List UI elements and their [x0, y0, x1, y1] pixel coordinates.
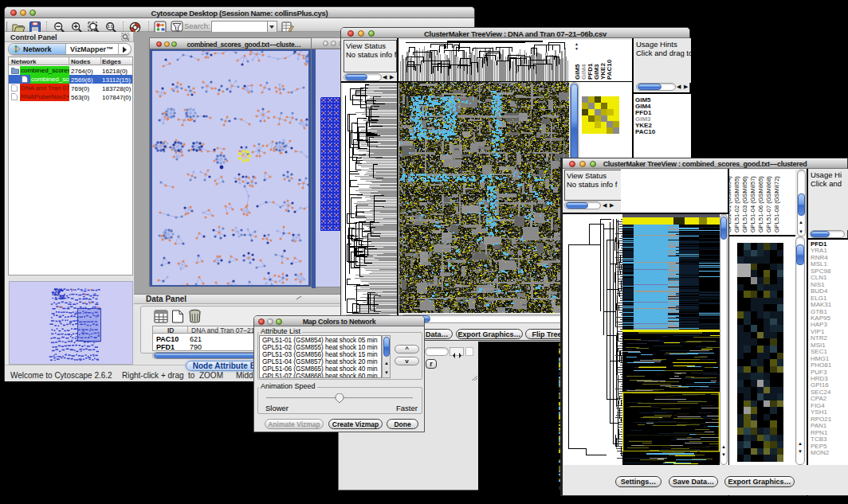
svg-text:1:1: 1:1	[108, 25, 113, 29]
